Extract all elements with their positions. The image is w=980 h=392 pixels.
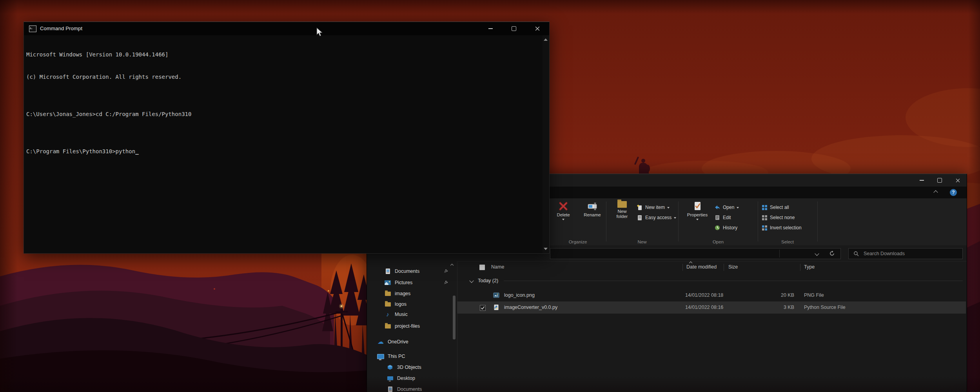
delete-label: Delete	[557, 212, 570, 218]
delete-button[interactable]: Delete	[551, 201, 576, 220]
explorer-minimize-button[interactable]	[913, 174, 931, 187]
scroll-up-icon[interactable]	[544, 38, 548, 41]
cmd-scrollbar[interactable]	[543, 35, 549, 253]
file-row-imageconverter-py[interactable]: imageConverter_v0.0.py 14/01/2022 08:16 …	[457, 301, 966, 314]
column-separator[interactable]	[682, 264, 683, 271]
terminal-line: C:\Users\Jonas_Jones>cd C:/Program Files…	[26, 111, 541, 118]
sidebar-item-images[interactable]: images	[367, 289, 453, 299]
scroll-down-icon[interactable]	[544, 248, 548, 250]
help-button[interactable]: ?	[950, 189, 957, 196]
dropdown-arrow-icon	[674, 217, 676, 219]
maximize-icon	[937, 178, 942, 183]
column-header-date-modified[interactable]: Date modified	[686, 264, 717, 270]
ribbon-separator	[606, 201, 606, 241]
column-header-size[interactable]: Size	[728, 264, 738, 270]
cmd-close-button[interactable]	[526, 22, 549, 35]
file-type: PNG File	[804, 292, 824, 298]
close-icon	[956, 178, 960, 183]
properties-icon	[692, 201, 702, 211]
invert-selection-label: Invert selection	[770, 225, 802, 230]
terminal-output[interactable]: Microsoft Windows [Version 10.0.19044.14…	[26, 36, 541, 253]
column-header-type[interactable]: Type	[804, 264, 815, 270]
column-separator[interactable]	[724, 264, 724, 271]
cmd-maximize-button[interactable]	[502, 22, 526, 35]
group-collapse-icon[interactable]	[469, 278, 474, 283]
history-button[interactable]: History	[714, 223, 739, 233]
sidebar-item-label: Documents	[395, 269, 419, 274]
item-checkbox[interactable]	[480, 305, 486, 311]
document-icon	[387, 387, 394, 392]
open-button[interactable]: Open	[714, 202, 739, 212]
new-folder-button[interactable]: New folder	[611, 201, 633, 219]
group-label: Today (2)	[478, 278, 498, 283]
file-row-logo-icon-png[interactable]: logo_icon.png 14/01/2022 08:18 20 KB PNG…	[457, 289, 966, 301]
ribbon-group-select: Select all Select none Invert selection	[759, 198, 817, 245]
organize-group-label: Organize	[550, 240, 606, 244]
document-icon	[384, 269, 391, 274]
ribbon-separator	[678, 201, 679, 241]
sidebar-item-documents[interactable]: Documents	[367, 266, 453, 276]
select-none-label: Select none	[770, 215, 795, 220]
address-bar-separator	[779, 250, 780, 258]
sidebar-item-music[interactable]: ♪ Music	[367, 309, 453, 319]
cmd-titlebar[interactable]: Command Prompt	[24, 22, 549, 35]
new-item-button[interactable]: New item	[637, 202, 676, 212]
explorer-close-button[interactable]	[949, 174, 967, 187]
address-dropdown-icon[interactable]	[815, 251, 819, 256]
column-header-name[interactable]: Name	[491, 264, 504, 270]
properties-label: Properties	[687, 212, 708, 218]
sidebar-item-3d-objects[interactable]: 3D Objects	[367, 362, 453, 372]
invert-selection-button[interactable]: Invert selection	[762, 223, 802, 233]
address-bar[interactable]	[550, 248, 841, 259]
command-prompt-icon	[29, 25, 36, 32]
terminal-line: C:\Program Files\Python310>python_	[26, 148, 541, 155]
explorer-maximize-button[interactable]	[931, 174, 949, 187]
select-none-icon	[762, 215, 768, 221]
terminal-line: (c) Microsoft Corporation. All rights re…	[26, 73, 541, 81]
edit-button[interactable]: Edit	[714, 212, 739, 223]
new-group-label: New	[607, 240, 677, 244]
sidebar-item-documents-2[interactable]: Documents	[367, 384, 453, 392]
properties-button[interactable]: Properties	[684, 201, 710, 220]
search-box[interactable]	[848, 248, 963, 259]
dropdown-arrow-icon	[696, 219, 699, 220]
sidebar-item-this-pc[interactable]: This PC	[367, 351, 453, 361]
new-folder-icon	[617, 201, 627, 208]
sidebar-item-label: OneDrive	[388, 339, 408, 345]
select-all-icon	[762, 205, 768, 211]
pin-icon	[444, 280, 448, 285]
search-input[interactable]	[859, 250, 962, 257]
sidebar-item-desktop[interactable]: Desktop	[367, 373, 453, 383]
sidebar-item-logos[interactable]: logos	[367, 299, 453, 309]
refresh-icon[interactable]	[829, 250, 835, 256]
dropdown-arrow-icon	[737, 207, 739, 209]
sidebar-scrollbar-thumb[interactable]	[453, 296, 456, 339]
select-none-button[interactable]: Select none	[762, 212, 802, 223]
file-date-modified: 14/01/2022 08:18	[685, 292, 723, 298]
music-icon: ♪	[384, 312, 391, 317]
ribbon-separator	[817, 201, 818, 241]
rename-button[interactable]: Rename	[580, 201, 605, 220]
column-separator[interactable]	[800, 264, 800, 271]
sidebar-item-label: logos	[395, 301, 407, 307]
file-date-modified: 14/01/2022 08:16	[685, 305, 723, 310]
this-pc-icon	[377, 354, 384, 359]
cmd-minimize-button[interactable]	[479, 22, 502, 35]
file-type: Python Source File	[804, 305, 846, 310]
select-all-checkbox[interactable]	[479, 265, 485, 270]
easy-access-button[interactable]: Easy access	[637, 212, 676, 223]
search-icon	[853, 251, 859, 256]
sidebar-item-pictures[interactable]: Pictures	[367, 278, 453, 288]
minimize-icon	[920, 180, 924, 181]
sidebar-item-onedrive[interactable]: ☁ OneDrive	[367, 337, 453, 347]
desktop-icon	[387, 376, 394, 380]
3d-objects-icon	[387, 365, 394, 370]
close-icon	[535, 26, 540, 31]
sidebar-item-project-files[interactable]: project-files	[367, 321, 453, 331]
file-group-header[interactable]: Today (2)	[457, 275, 966, 286]
dropdown-arrow-icon	[562, 219, 564, 220]
select-all-button[interactable]: Select all	[762, 202, 802, 212]
select-all-label: Select all	[770, 205, 789, 210]
ribbon-collapse-icon[interactable]	[933, 190, 938, 194]
file-size: 20 KB	[755, 292, 794, 298]
